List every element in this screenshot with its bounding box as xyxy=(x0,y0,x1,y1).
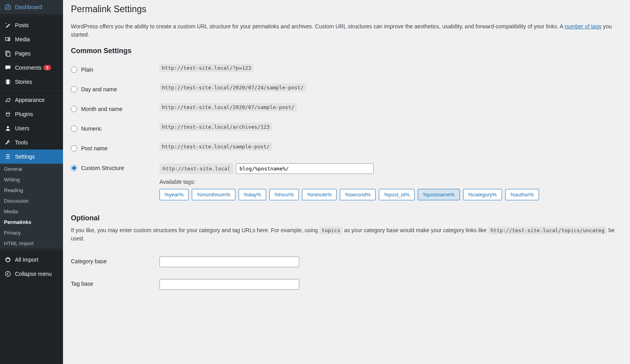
tag-button-postname[interactable]: %postname% xyxy=(418,189,460,200)
svg-point-8 xyxy=(7,126,9,128)
submenu-item-writing[interactable]: Writing xyxy=(0,174,63,185)
sidebar-item-label: Comments xyxy=(15,65,42,71)
tools-icon xyxy=(4,139,12,146)
sidebar-item-pages[interactable]: Pages xyxy=(0,46,63,61)
import-icon xyxy=(4,256,12,264)
sidebar-item-label: Stories xyxy=(15,79,32,85)
submenu-item-discussion[interactable]: Discussion xyxy=(0,196,63,206)
sidebar-item-plugins[interactable]: Plugins xyxy=(0,107,63,121)
category-base-label: Category base xyxy=(71,258,107,264)
tag-button-category[interactable]: %category% xyxy=(463,189,502,200)
sidebar-item-comments[interactable]: Comments3 xyxy=(0,61,63,75)
sidebar-item-label: Posts xyxy=(15,22,29,28)
tag-base-label: Tag base xyxy=(71,281,93,287)
common-settings-heading: Common Settings xyxy=(71,47,622,55)
submenu-item-reading[interactable]: Reading xyxy=(0,185,63,196)
pages-icon xyxy=(4,50,12,57)
radio-label[interactable]: Numeric xyxy=(81,126,102,132)
optional-text: If you like, you may enter custom struct… xyxy=(71,226,622,243)
tag-base-input[interactable] xyxy=(159,279,299,290)
tag-button-year[interactable]: %year% xyxy=(159,189,189,200)
sidebar-item-label: Users xyxy=(15,125,30,131)
permalink-example: http://test-site.local/2020/07/sample-po… xyxy=(159,103,297,111)
available-tags-label: Available tags: xyxy=(159,179,622,185)
tag-base-row: Tag base xyxy=(71,273,622,296)
radio-label-custom[interactable]: Custom Structure xyxy=(81,165,124,171)
plugins-icon xyxy=(4,110,12,118)
svg-rect-4 xyxy=(7,52,10,56)
permalink-example: http://test-site.local/2020/07/24/sample… xyxy=(159,83,306,92)
radio-day-and-name[interactable] xyxy=(71,86,77,92)
appearance-icon xyxy=(4,96,12,104)
permalink-option-day-and-name: Day and namehttp://test-site.local/2020/… xyxy=(71,79,622,98)
radio-numeric[interactable] xyxy=(71,126,77,132)
sidebar-item-label: Dashboard xyxy=(15,4,42,10)
submenu-item-privacy[interactable]: Privacy xyxy=(0,227,63,238)
stories-icon xyxy=(4,78,12,86)
permalink-example: http://test-site.local/sample-post/ xyxy=(159,142,272,151)
tag-button-monthnum[interactable]: %monthnum% xyxy=(192,189,235,200)
sidebar-item-users[interactable]: Users xyxy=(0,121,63,135)
sidebar-item-dashboard[interactable]: Dashboard xyxy=(0,0,63,14)
tag-button-hour[interactable]: %hour% xyxy=(269,189,299,200)
dashboard-icon xyxy=(4,3,12,11)
available-tags-list: %year%%monthnum%%day%%hour%%minute%%seco… xyxy=(159,189,622,200)
admin-sidebar: DashboardPostsMediaPagesComments3Stories… xyxy=(0,0,63,364)
tag-button-day[interactable]: %day% xyxy=(239,189,266,200)
collapse-label: Collapse menu xyxy=(15,271,52,277)
tag-button-second[interactable]: %second% xyxy=(340,189,376,200)
submenu-item-general[interactable]: General xyxy=(0,164,63,174)
submenu-item-permalinks[interactable]: Permalinks xyxy=(0,217,63,227)
number-of-tags-link[interactable]: number of tags xyxy=(565,23,601,30)
custom-structure-input[interactable] xyxy=(236,163,374,174)
radio-month-and-name[interactable] xyxy=(71,106,77,112)
sidebar-item-media[interactable]: Media xyxy=(0,32,63,46)
svg-point-10 xyxy=(8,156,9,157)
category-base-input[interactable] xyxy=(159,257,299,267)
tag-button-minute[interactable]: %minute% xyxy=(302,189,337,200)
tag-button-author[interactable]: %author% xyxy=(505,189,539,200)
permalink-option-month-and-name: Month and namehttp://test-site.local/202… xyxy=(71,98,622,118)
optional-heading: Optional xyxy=(71,214,622,222)
svg-point-13 xyxy=(6,272,11,277)
page-title: Permalink Settings xyxy=(71,4,622,15)
sidebar-item-all-import[interactable]: All Import xyxy=(0,253,63,267)
comments-icon xyxy=(4,64,12,72)
sidebar-item-appearance[interactable]: Appearance xyxy=(0,93,63,107)
submenu-item-media[interactable]: Media xyxy=(0,206,63,217)
radio-custom-structure[interactable] xyxy=(71,165,77,171)
permalink-example: http://test-site.local/?p=123 xyxy=(159,64,254,72)
svg-point-11 xyxy=(6,158,7,159)
sidebar-item-label: Tools xyxy=(15,139,28,146)
custom-prefix: http://test-site.local xyxy=(159,163,233,174)
svg-rect-6 xyxy=(6,80,6,84)
radio-label[interactable]: Month and name xyxy=(81,106,122,112)
submenu-item-html-import[interactable]: HTML Import xyxy=(0,238,63,249)
radio-label[interactable]: Day and name xyxy=(81,86,117,92)
sidebar-item-settings[interactable]: Settings xyxy=(0,150,63,164)
radio-label[interactable]: Plain xyxy=(81,67,93,73)
users-icon xyxy=(4,124,12,132)
sidebar-item-tools[interactable]: Tools xyxy=(0,135,63,150)
svg-rect-7 xyxy=(10,80,11,84)
tag-button-post_id[interactable]: %post_id% xyxy=(379,189,415,200)
radio-post-name[interactable] xyxy=(71,145,77,152)
sidebar-item-label: All Import xyxy=(15,257,38,263)
settings-submenu: GeneralWritingReadingDiscussionMediaPerm… xyxy=(0,164,63,249)
intro-text: WordPress offers you the ability to crea… xyxy=(71,22,622,39)
collapse-icon xyxy=(4,270,12,278)
sidebar-item-label: Appearance xyxy=(15,97,45,103)
posts-icon xyxy=(4,21,12,29)
sidebar-item-stories[interactable]: Stories xyxy=(0,75,63,89)
main-content: Permalink Settings WordPress offers you … xyxy=(63,0,630,364)
collapse-menu-button[interactable]: Collapse menu xyxy=(0,267,63,281)
permalink-option-plain: Plainhttp://test-site.local/?p=123 xyxy=(71,59,622,79)
radio-label[interactable]: Post name xyxy=(81,145,107,152)
sidebar-item-label: Settings xyxy=(15,153,35,160)
sidebar-item-posts[interactable]: Posts xyxy=(0,18,63,32)
sidebar-item-label: Plugins xyxy=(15,111,33,117)
radio-plain[interactable] xyxy=(71,67,77,73)
sidebar-item-label: Media xyxy=(15,36,30,42)
comments-badge: 3 xyxy=(43,65,51,70)
svg-rect-5 xyxy=(6,79,9,85)
